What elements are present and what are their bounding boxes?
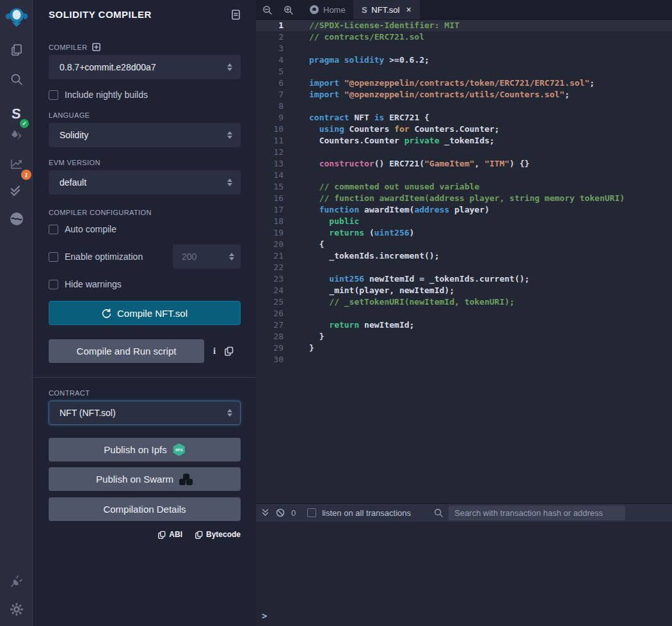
line-number: 5 [256,66,292,77]
line-content: function awardItem(address player) [292,204,490,216]
line-content: import "@openzeppelin/contracts/utils/Co… [292,89,570,100]
code-line[interactable]: 20 { [256,239,672,250]
line-number: 7 [256,89,292,100]
tab-nft-sol[interactable]: S NFT.sol × [354,0,420,19]
line-number: 23 [256,273,292,285]
zoom-in-icon[interactable] [284,5,293,15]
info-icon[interactable]: i [213,346,216,357]
evm-version-select[interactable]: default [49,170,241,195]
clear-terminal-icon[interactable] [276,508,285,517]
line-content: _tokenIds.increment(); [292,250,440,262]
publish-swarm-button[interactable]: Publish on Swarm [49,467,241,491]
line-content: } [292,342,314,354]
plugin-manager-icon[interactable] [0,568,33,594]
line-content: pragma solidity >=0.6.2; [292,54,429,66]
code-line[interactable]: 18 public [256,216,672,227]
optimization-runs-input[interactable]: 200 [173,245,241,269]
line-content [292,354,309,365]
line-number: 2 [256,31,292,43]
code-line[interactable]: 8 [256,100,672,112]
documentation-book-icon[interactable] [231,10,241,20]
evm-version-label: EVM VERSION [49,159,241,166]
line-content [292,308,309,319]
terminal-search-input[interactable] [449,506,625,520]
code-line[interactable]: 9contract NFT is ERC721 { [256,112,672,124]
publish-ipfs-button[interactable]: Publish on Ipfs IPFS [49,438,241,461]
line-number: 11 [256,135,292,147]
activity-bar: S ✓ 1 [0,0,33,626]
line-content: } [292,331,324,342]
settings-gear-icon[interactable] [0,597,33,622]
code-line[interactable]: 27 return newItemId; [256,319,672,331]
compilation-details-button[interactable]: Compilation Details [49,497,241,521]
code-line[interactable]: 14 [256,170,672,181]
select-arrows-icon [227,179,232,186]
language-select[interactable]: Solidity [49,123,241,147]
line-content [292,262,309,273]
ipfs-badge-icon: IPFS [173,444,186,456]
code-editor[interactable]: 1//SPDX-License-Identifier: MIT2// contr… [256,20,672,503]
code-line[interactable]: 11 Counters.Counter private _tokenIds; [256,135,672,147]
code-line[interactable]: 5 [256,66,672,77]
copy-icon[interactable] [225,346,234,356]
compiler-version-select[interactable]: 0.8.7+commit.e28d00a7 [49,55,241,79]
code-line[interactable]: 19 returns (uint256) [256,227,672,239]
remix-logo[interactable] [0,4,33,31]
code-line[interactable]: 7import "@openzeppelin/contracts/utils/C… [256,89,672,100]
code-line[interactable]: 2// contracts/ERC721.sol [256,31,672,43]
code-line[interactable]: 1//SPDX-License-Identifier: MIT [256,20,672,31]
code-line[interactable]: 17 function awardItem(address player) [256,204,672,216]
line-number: 27 [256,319,292,331]
line-content: public [292,216,359,227]
code-line[interactable]: 28 } [256,331,672,342]
file-explorer-icon[interactable] [0,37,33,63]
code-line[interactable]: 3 [256,43,672,54]
contract-select[interactable]: NFT (NFT.sol) [49,401,241,425]
search-icon[interactable] [0,67,33,92]
code-line[interactable]: 4pragma solidity >=0.6.2; [256,54,672,66]
plugin-chart-icon[interactable]: 1 [0,151,33,177]
line-content: _mint(player, newItemId); [292,285,454,296]
add-compiler-icon[interactable] [92,43,100,51]
collapse-terminal-icon[interactable] [261,508,269,517]
contract-label: CONTRACT [49,389,241,397]
code-line[interactable]: 22 [256,262,672,273]
deploy-run-icon[interactable] [0,123,33,148]
compile-button[interactable]: Compile NFT.sol [49,301,241,325]
line-number: 14 [256,170,292,181]
code-line[interactable]: 26 [256,308,672,319]
code-line[interactable]: 25 // _setTokenURI(newItemId, tokenURI); [256,296,672,308]
line-content: using Counters for Counters.Counter; [292,124,499,135]
zoom-out-icon[interactable] [262,5,272,15]
code-line[interactable]: 15 // commented out unused variable [256,181,672,193]
close-tab-icon[interactable]: × [406,4,411,15]
hide-warnings-checkbox[interactable] [49,280,58,289]
code-line[interactable]: 21 _tokenIds.increment(); [256,250,672,262]
code-line[interactable]: 29} [256,342,672,354]
tab-home[interactable]: Home [302,0,354,19]
code-line[interactable]: 10 using Counters for Counters.Counter; [256,124,672,135]
static-analysis-icon[interactable] [0,178,33,204]
line-content: constructor() ERC721("GameItem", "ITM") … [292,158,529,170]
terminal-output[interactable]: > [256,522,672,626]
runs-stepper-icon[interactable] [229,253,234,261]
line-content: // function awardItem(address player, st… [292,193,625,204]
code-line[interactable]: 16 // function awardItem(address player,… [256,193,672,204]
code-line[interactable]: 23 uint256 newItemId = _tokenIds.current… [256,273,672,285]
code-line[interactable]: 30 [256,354,672,365]
compile-and-run-button[interactable]: Compile and Run script [49,339,204,363]
enable-optimization-checkbox[interactable] [49,252,58,262]
auto-compile-checkbox[interactable] [49,225,58,234]
copy-abi-button[interactable]: ABI [158,530,182,539]
code-line[interactable]: 13 constructor() ERC721("GameItem", "ITM… [256,158,672,170]
debugger-icon[interactable] [0,206,33,232]
nightly-builds-checkbox[interactable] [49,90,58,100]
line-content: // _setTokenURI(newItemId, tokenURI); [292,296,515,308]
code-line[interactable]: 6import "@openzeppelin/contracts/token/E… [256,77,672,89]
listen-transactions-checkbox[interactable] [307,508,316,517]
code-line[interactable]: 24 _mint(player, newItemId); [256,285,672,296]
code-line[interactable]: 12 [256,147,672,158]
copy-bytecode-button[interactable]: Bytecode [195,530,241,539]
line-number: 24 [256,285,292,296]
line-number: 20 [256,239,292,250]
